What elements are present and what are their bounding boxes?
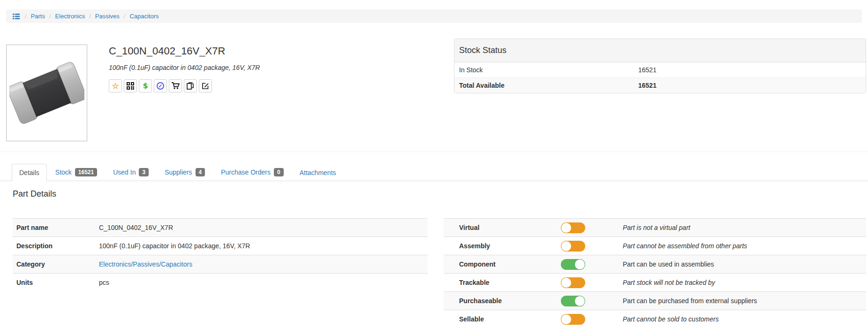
part-name-label: Part name [13, 219, 95, 237]
units-label: Units [13, 274, 95, 292]
trackable-description: Part stock will not be tracked by [623, 279, 715, 286]
breadcrumb-separator: / [49, 13, 51, 20]
tab-label: Attachments [300, 169, 336, 176]
stock-row-total-available: Total Available 16521 [454, 78, 866, 93]
breadcrumb-item-electronics[interactable]: Electronics [55, 13, 85, 20]
total-available-value: 16521 [638, 82, 861, 89]
units-value: pcs [95, 274, 428, 292]
in-stock-label: In Stock [459, 66, 638, 74]
duplicate-copy-icon [187, 82, 194, 90]
edit-part-button[interactable] [199, 79, 212, 92]
total-available-label: Total Available [459, 82, 638, 89]
sellable-toggle[interactable] [561, 314, 585, 325]
description-value: 100nF (0.1uF) capacitor in 0402 package,… [95, 237, 428, 255]
table-row: Trackable Part stock will not be tracked… [444, 274, 866, 292]
purchase-orders-count-badge: 0 [274, 168, 284, 176]
list-icon[interactable] [13, 13, 20, 20]
virtual-toggle[interactable] [561, 222, 585, 233]
used-in-count-badge: 3 [139, 168, 149, 176]
table-row: Component Part can be used in assemblies [444, 255, 866, 274]
in-stock-value: 16521 [638, 66, 861, 74]
stock-status-title: Stock Status [454, 39, 866, 62]
tab-attachments[interactable]: Attachments [292, 164, 344, 181]
part-tabs: Details Stock 16521 Used In 3 Suppliers … [0, 161, 868, 181]
breadcrumb-separator: / [124, 13, 126, 20]
tab-purchase-orders[interactable]: Purchase Orders 0 [213, 163, 291, 181]
purchaseable-label: Purchaseable [444, 292, 557, 310]
breadcrumb-item-parts[interactable]: Parts [31, 13, 45, 20]
order-cart-icon [172, 82, 180, 90]
tab-details[interactable]: Details [12, 164, 47, 181]
table-row: Category Electronics/Passives/Capacitors [13, 255, 428, 274]
validate-check-icon: ✓ [157, 82, 164, 90]
section-divider [0, 152, 868, 152]
part-details-table: Part name C_100N_0402_16V_X7R Descriptio… [13, 218, 428, 292]
tab-label: Purchase Orders [221, 168, 271, 176]
tab-suppliers[interactable]: Suppliers 4 [157, 163, 212, 181]
duplicate-part-button[interactable] [184, 79, 197, 92]
table-row: Assembly Part cannot be assembled from o… [444, 237, 866, 255]
table-row: Description 100nF (0.1uF) capacitor in 0… [13, 237, 428, 255]
purchaseable-toggle[interactable] [561, 296, 585, 306]
breadcrumb: / Parts / Electronics / Passives / Capac… [6, 9, 862, 23]
capacitor-image [9, 48, 84, 137]
breadcrumb-item-passives[interactable]: Passives [95, 13, 120, 20]
purchaseable-description: Part can be purchased from external supp… [623, 297, 757, 305]
table-row: Units pcs [13, 274, 428, 292]
sellable-description: Part cannot be sold to customers [623, 315, 719, 323]
sellable-label: Sellable [444, 310, 557, 328]
tab-used-in[interactable]: Used In 3 [106, 163, 156, 181]
category-link[interactable]: Electronics/Passives/Capacitors [99, 260, 192, 268]
stock-count-badge: 16521 [75, 168, 97, 176]
order-part-button[interactable] [169, 79, 182, 92]
part-description: 100nF (0.1uF) capacitor in 0402 package,… [109, 64, 260, 71]
tab-stock[interactable]: Stock 16521 [48, 163, 105, 181]
part-attributes-table: Virtual Part is not a virtual part Assem… [444, 218, 866, 328]
assembly-toggle[interactable] [561, 241, 585, 252]
star-icon: ☆ [112, 82, 119, 90]
toggle-knob [561, 314, 571, 324]
part-action-toolbar: ☆ $ ✓ [109, 79, 260, 92]
part-title: C_100N_0402_16V_X7R [109, 45, 260, 57]
qrcode-icon [127, 82, 134, 90]
component-label: Component [444, 255, 557, 274]
virtual-description: Part is not a virtual part [623, 224, 690, 231]
part-name-value: C_100N_0402_16V_X7R [95, 219, 428, 237]
toggle-knob [561, 241, 571, 251]
toggle-knob [575, 260, 585, 269]
virtual-label: Virtual [444, 219, 557, 237]
toggle-knob [561, 223, 571, 233]
breadcrumb-separator: / [89, 13, 91, 20]
component-description: Part can be used in assemblies [623, 260, 714, 268]
qrcode-button[interactable] [124, 79, 137, 92]
tab-label: Details [19, 169, 39, 176]
tab-label: Used In [113, 168, 136, 176]
description-label: Description [13, 237, 95, 255]
tab-label: Suppliers [165, 168, 192, 176]
trackable-toggle[interactable] [561, 277, 585, 288]
stock-row-in-stock: In Stock 16521 [454, 62, 866, 78]
component-toggle[interactable] [561, 259, 585, 270]
assembly-description: Part cannot be assembled from other part… [623, 242, 747, 250]
validate-button[interactable]: ✓ [154, 79, 167, 92]
trackable-label: Trackable [444, 274, 557, 292]
toggle-knob [561, 278, 571, 288]
breadcrumb-separator: / [25, 13, 27, 20]
category-label: Category [13, 255, 95, 274]
stock-status-panel: Stock Status In Stock 16521 Total Availa… [454, 38, 866, 93]
table-row: Part name C_100N_0402_16V_X7R [13, 219, 428, 237]
part-details-heading: Part Details [13, 189, 56, 199]
edit-icon [202, 82, 209, 90]
suppliers-count-badge: 4 [196, 168, 205, 176]
favourite-star-button[interactable]: ☆ [109, 79, 122, 92]
toggle-knob [575, 296, 585, 306]
breadcrumb-item-capacitors[interactable]: Capacitors [129, 13, 159, 20]
table-row: Sellable Part cannot be sold to customer… [444, 310, 866, 328]
price-dollar-icon: $ [143, 82, 148, 90]
pricing-button[interactable]: $ [139, 79, 152, 92]
table-row: Purchaseable Part can be purchased from … [444, 292, 866, 310]
assembly-label: Assembly [444, 237, 557, 255]
tab-label: Stock [55, 168, 72, 176]
table-row: Virtual Part is not a virtual part [444, 219, 866, 237]
part-image[interactable] [6, 45, 87, 141]
